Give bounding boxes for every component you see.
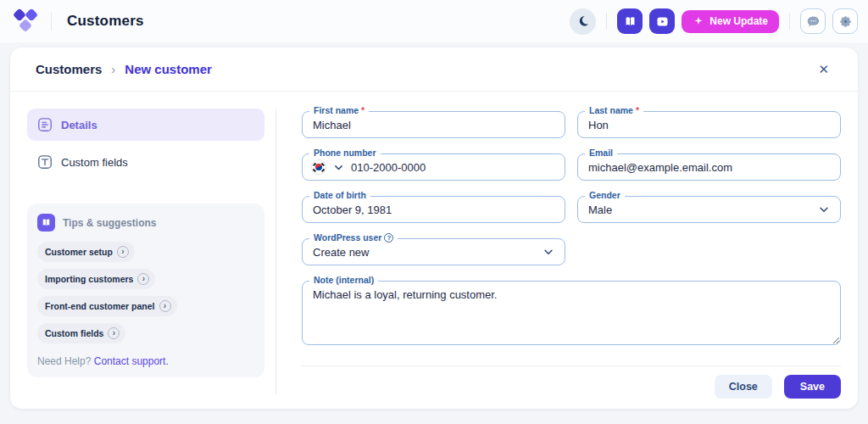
first-name-field-wrap: First name* <box>302 111 565 138</box>
topbar: Customers New Update <box>0 0 868 42</box>
tip-chip-front-end-customer-panel[interactable]: Front-end customer panel › <box>37 296 177 316</box>
chevron-down-icon[interactable] <box>333 162 344 173</box>
close-panel-button[interactable]: ✕ <box>815 59 832 81</box>
south-korea-flag-icon[interactable] <box>311 159 326 175</box>
note-textarea[interactable]: Michael is a loyal, returning customer. <box>302 281 841 345</box>
tip-chip-custom-fields[interactable]: Custom fields › <box>37 323 125 343</box>
required-asterisk: * <box>361 105 364 115</box>
support-chat-button[interactable] <box>800 8 826 34</box>
note-label: Note (internal) <box>314 275 374 285</box>
brand: Customers <box>12 8 144 35</box>
breadcrumb: Customers › New customer ✕ <box>10 47 858 92</box>
divider <box>789 13 790 30</box>
contact-support-link[interactable]: Contact support. <box>94 355 169 367</box>
page-title: Customers <box>67 13 144 30</box>
app-logo-icon <box>12 8 39 35</box>
email-field-wrap: Email <box>577 153 841 181</box>
gender-field-wrap: Gender Male <box>577 196 841 223</box>
tip-chip-importing-customers[interactable]: Importing customers › <box>37 269 155 289</box>
chevron-down-icon <box>542 246 554 258</box>
breadcrumb-customers-link[interactable]: Customers <box>36 62 102 76</box>
chevron-right-icon: › <box>137 273 149 285</box>
settings-button[interactable] <box>832 8 858 34</box>
dark-mode-toggle[interactable] <box>570 8 596 35</box>
sidebar-item-label: Custom fields <box>61 156 128 169</box>
spacer <box>577 238 841 265</box>
tips-suggestions-panel: Tips & suggestions Customer setup › Impo… <box>27 204 264 377</box>
sidebar-item-details[interactable]: Details <box>27 109 264 141</box>
chevron-right-icon: › <box>159 300 171 312</box>
moon-icon <box>576 14 590 28</box>
gender-label: Gender <box>589 190 620 200</box>
chip-label: Importing customers <box>45 274 133 284</box>
new-customer-panel: Customers › New customer ✕ Details Custo… <box>10 47 858 409</box>
details-icon <box>37 117 53 132</box>
chip-label: Customer setup <box>45 247 113 257</box>
save-button[interactable]: Save <box>784 375 841 399</box>
video-tutorials-button[interactable] <box>649 8 675 34</box>
book-icon <box>623 14 637 29</box>
form-sidebar: Details Custom fields Tips <box>10 92 275 409</box>
form-footer: Close Save <box>302 365 841 399</box>
wordpress-user-label: WordPress user <box>314 232 381 243</box>
tip-chip-customer-setup[interactable]: Customer setup › <box>37 242 135 262</box>
required-asterisk: * <box>636 105 639 115</box>
sidebar-item-custom-fields[interactable]: Custom fields <box>27 146 264 178</box>
breadcrumb-separator: › <box>111 62 115 76</box>
new-update-button[interactable]: New Update <box>682 10 779 33</box>
chip-label: Custom fields <box>45 328 103 338</box>
documentation-button[interactable] <box>617 8 643 34</box>
help-icon[interactable]: ? <box>384 233 393 243</box>
last-name-field-wrap: Last name* <box>577 111 841 138</box>
chat-bubble-icon <box>806 14 821 29</box>
chevron-down-icon <box>818 204 830 215</box>
wordpress-user-value: Create new <box>313 246 369 259</box>
dob-field-wrap: Date of birth <box>302 196 565 223</box>
video-icon <box>655 14 670 29</box>
tips-book-icon <box>37 214 55 232</box>
gear-icon <box>838 14 853 29</box>
breadcrumb-current-page: New customer <box>125 62 212 76</box>
divider <box>606 13 607 30</box>
new-update-label: New Update <box>709 15 768 27</box>
tips-title: Tips & suggestions <box>63 217 156 229</box>
wp-user-field-wrap: WordPress user ? Create new <box>302 238 565 265</box>
phone-field-wrap: Phone number <box>302 153 565 181</box>
last-name-label: Last name <box>589 105 633 115</box>
chevron-right-icon: › <box>108 327 120 339</box>
divider <box>51 12 52 31</box>
close-button[interactable]: Close <box>715 375 772 399</box>
gender-value: Male <box>588 204 612 216</box>
text-field-icon <box>37 154 53 170</box>
date-of-birth-label: Date of birth <box>314 190 366 200</box>
chevron-right-icon: › <box>117 246 129 258</box>
first-name-label: First name <box>314 105 359 115</box>
chip-label: Front-end customer panel <box>45 301 155 311</box>
phone-label: Phone number <box>314 148 376 158</box>
need-help-text: Need Help? <box>37 355 91 367</box>
customer-form: First name* Last name* Phone number <box>276 92 858 409</box>
note-field-wrap: Note (internal) Michael is a loyal, retu… <box>302 281 841 349</box>
phone-input[interactable] <box>351 155 556 179</box>
email-label: Email <box>589 148 613 158</box>
sidebar-item-label: Details <box>61 119 97 131</box>
sparkle-star-icon <box>693 15 704 27</box>
